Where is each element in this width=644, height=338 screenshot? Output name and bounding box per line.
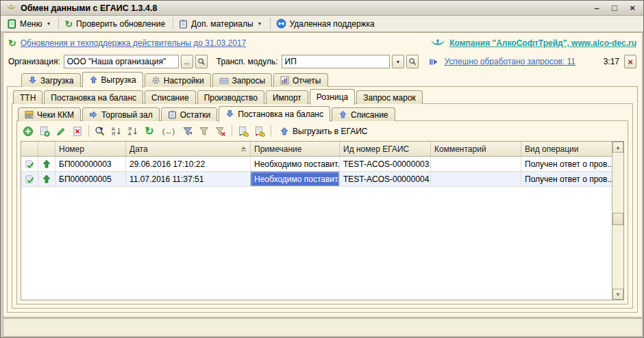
clear-filter-button[interactable]	[213, 124, 228, 139]
menu-label: Меню	[20, 19, 42, 29]
close-icon[interactable]: ×	[627, 3, 638, 14]
upload-to-egais-button[interactable]: Выгрузить в ЕГАИС	[275, 125, 373, 138]
clipboard-icon	[179, 19, 188, 29]
header-direction[interactable]	[38, 142, 55, 156]
number-cell[interactable]: БП000000005	[55, 172, 126, 187]
chevron-down-icon: ▼	[396, 60, 401, 64]
note-cell[interactable]: Необходимо поставит...	[251, 157, 340, 172]
tab-cheki-kkm[interactable]: Чеки ККМ	[18, 107, 81, 121]
transport-module-input[interactable]	[282, 55, 390, 68]
post-document-button[interactable]	[236, 124, 251, 139]
window-title: Обмен данными с ЕГАИС 1.3.4.8	[21, 3, 157, 13]
doc-posted-cell[interactable]	[21, 157, 38, 172]
app-window: Обмен данными с ЕГАИС 1.3.4.8 – □ × Меню…	[0, 0, 644, 338]
tab-zaprosy[interactable]: Запросы	[212, 73, 272, 87]
materials-button[interactable]: Доп. материалы ▼	[175, 18, 267, 30]
tab-roznitsa[interactable]: Розница	[310, 89, 355, 105]
scroll-down-icon[interactable]: ▼	[612, 289, 623, 300]
organization-search-button[interactable]	[195, 55, 208, 68]
vertical-scrollbar[interactable]: ▲ ▼	[612, 142, 623, 300]
organization-browse-button[interactable]: ...	[181, 55, 193, 68]
separator	[271, 125, 271, 137]
transport-search-button[interactable]	[406, 55, 419, 68]
minimize-icon[interactable]: –	[591, 3, 602, 14]
direction-cell[interactable]	[38, 172, 55, 187]
timer-value: 3:17	[604, 57, 619, 66]
header-operation[interactable]: Вид операции	[521, 142, 612, 156]
filter-button[interactable]	[197, 124, 212, 139]
svg-text:Я: Я	[112, 131, 115, 136]
stop-exchange-button[interactable]: ×	[624, 55, 636, 68]
main-tabs: Загрузка Выгрузка Настройки Запросы	[21, 71, 330, 87]
unpost-document-button[interactable]	[252, 124, 267, 139]
maximize-icon[interactable]: □	[609, 3, 620, 14]
tab-nastroyki[interactable]: Настройки	[145, 73, 211, 87]
header-comment[interactable]: Комментарий	[431, 142, 521, 156]
add-button[interactable]	[21, 124, 36, 139]
tab-proizvodstvo[interactable]: Производство	[197, 90, 264, 104]
fit-width-button[interactable]: (↔)	[158, 124, 179, 139]
tab-label: Настройки	[164, 76, 204, 86]
chevron-down-icon: ▼	[46, 21, 51, 26]
header-date-label: Дата	[129, 144, 148, 154]
check-update-button[interactable]: ↻ Проверить обновление	[61, 18, 171, 30]
header-status[interactable]	[21, 142, 38, 156]
header-note[interactable]: Примечание	[251, 142, 340, 156]
operation-cell[interactable]: Получен ответ о пров...	[521, 172, 612, 187]
tab-postanovka-na-balans[interactable]: Постановка на баланс	[44, 90, 143, 104]
transport-dropdown-button[interactable]: ▼	[392, 55, 404, 68]
tab-torgovy-zal[interactable]: Торговый зал	[82, 107, 160, 121]
tab-ttn[interactable]: ТТН	[13, 90, 42, 104]
note-cell-selected[interactable]: Необходимо поставит...	[251, 172, 340, 187]
processed-requests-link[interactable]: Успешно обработано запросов: 11	[445, 57, 575, 66]
edit-button[interactable]	[53, 124, 69, 139]
header-egais-id[interactable]: Ид номер ЕГАИС	[340, 142, 431, 156]
sort-asc-button[interactable]: АЯ	[109, 124, 124, 139]
direction-cell[interactable]	[38, 157, 55, 172]
operation-cell[interactable]: Получен ответ о пров...	[521, 157, 612, 172]
tab-vygruzka[interactable]: Выгрузка	[82, 72, 143, 88]
svg-text:А: А	[128, 131, 132, 136]
date-cell[interactable]: 29.06.2016 17:10:22	[126, 157, 251, 172]
egais-id-cell[interactable]: TEST-ACOS-00000003...	[340, 157, 431, 172]
sort-desc-button[interactable]: ЯА	[125, 124, 140, 139]
tab-postanovka-na-balans-roznitsa[interactable]: Постановка на баланс	[219, 106, 330, 122]
tab-import[interactable]: Импорт	[266, 90, 308, 104]
window-controls: – □ ×	[591, 3, 638, 14]
refresh-list-button[interactable]: ↻	[142, 124, 157, 139]
number-cell[interactable]: БП000000003	[55, 157, 126, 172]
doc-posted-cell[interactable]	[21, 172, 38, 187]
scroll-up-icon[interactable]: ▲	[612, 142, 623, 153]
comment-cell[interactable]	[431, 172, 521, 187]
tab-otchety[interactable]: Отчеты	[273, 73, 327, 87]
organization-input[interactable]	[64, 55, 179, 68]
find-button[interactable]: N	[92, 124, 108, 139]
separator	[88, 125, 89, 137]
delete-button[interactable]	[70, 124, 85, 139]
copy-button[interactable]	[37, 124, 52, 139]
egais-id-cell[interactable]: TEST-ACOS-00000004...	[340, 172, 431, 187]
filter-settings-button[interactable]	[180, 124, 195, 139]
play-pause-icon[interactable]	[429, 57, 438, 66]
comment-cell[interactable]	[431, 157, 521, 172]
company-link[interactable]: Компания "АлкоСофтТрейд", www.alco-dec.r…	[449, 38, 636, 48]
header-number[interactable]: Номер	[55, 142, 126, 156]
tab-zapros-marok[interactable]: Запрос марок	[356, 90, 423, 104]
remote-support-button[interactable]: Удаленная поддержка	[273, 17, 380, 30]
tab-spisanie-roznitsa[interactable]: Списание	[332, 107, 395, 121]
table-row-selected[interactable]: БП000000005 11.07.2016 11:37:51 Необходи…	[21, 172, 612, 187]
tab-ostatki[interactable]: Остатки	[161, 107, 218, 121]
header-date[interactable]: Дата	[126, 142, 251, 156]
tab-zagruzka[interactable]: Загрузка	[21, 73, 81, 87]
update-support-link[interactable]: Обновления и техподдержка действительны …	[21, 38, 247, 48]
upload-icon	[280, 127, 289, 136]
chevron-down-icon: ▼	[258, 21, 262, 26]
company-eagle-icon	[430, 38, 445, 48]
table-row[interactable]: БП000000003 29.06.2016 17:10:22 Необходи…	[21, 157, 612, 172]
tab-spisanie[interactable]: Списание	[145, 90, 196, 104]
menu-button[interactable]: Меню ▼	[4, 18, 56, 30]
scrollbar-thumb[interactable]	[612, 213, 623, 225]
page-postanovka-na-balans: N АЯ ЯА ↻ (↔)	[16, 120, 628, 304]
tab-label: Розница	[317, 92, 348, 102]
date-cell[interactable]: 11.07.2016 11:37:51	[126, 172, 251, 187]
